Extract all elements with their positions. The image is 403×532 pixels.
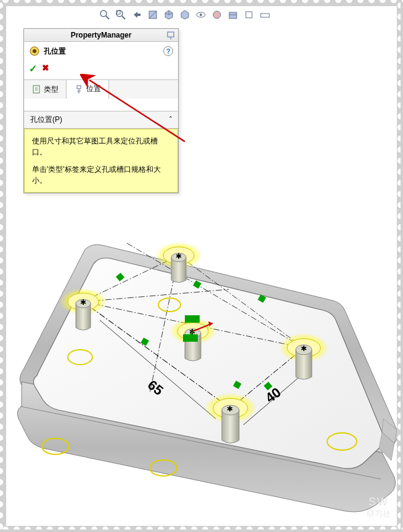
svg-text:✱: ✱ (227, 405, 233, 413)
tab-position-label: 位置 (86, 84, 101, 94)
info-box: 使用尺寸和其它草图工具来定位孔或槽口。 单击'类型'标签来定义孔或槽口规格和大小… (24, 129, 178, 193)
svg-rect-28 (261, 14, 269, 17)
section-title: 孔位置(P) (30, 115, 62, 125)
pin-icon[interactable] (166, 30, 176, 40)
svg-point-24 (213, 11, 221, 18)
action-row: ✓ ✖ (24, 60, 178, 79)
collapse-icon[interactable]: ˆ (169, 116, 172, 124)
info-text-1: 使用尺寸和其它草图工具来定位孔或槽口。 (32, 135, 170, 158)
hide-show-icon[interactable] (195, 9, 207, 21)
property-manager-panel: PropertyManager 孔位置 ? ✓ ✖ 类型 位置 孔位置(P) ˆ… (23, 28, 179, 193)
prev-view-icon[interactable] (131, 9, 143, 21)
section-header[interactable]: 孔位置(P) ˆ (24, 111, 178, 129)
svg-rect-82 (185, 315, 200, 323)
ok-button[interactable]: ✓ (29, 63, 37, 75)
tab-position[interactable]: 位置 (67, 80, 109, 99)
tabs: 类型 位置 (24, 79, 178, 99)
svg-rect-25 (229, 12, 237, 18)
cancel-button[interactable]: ✖ (42, 63, 49, 75)
watermark-sw: SW (367, 496, 391, 509)
svg-text:✱: ✱ (176, 252, 182, 260)
svg-text:✱: ✱ (301, 344, 307, 353)
info-text-2: 单击'类型'标签来定义孔或槽口规格和大小。 (32, 164, 170, 186)
zoom-area-icon[interactable] (115, 9, 127, 21)
display-style-icon[interactable] (179, 9, 191, 21)
more-icon[interactable] (259, 9, 271, 21)
help-icon[interactable]: ? (163, 46, 173, 56)
svg-text:✱: ✱ (80, 298, 86, 307)
hole-wizard-icon (29, 46, 40, 57)
watermark-text: 研习社 (367, 509, 391, 520)
svg-line-13 (106, 16, 109, 19)
svg-point-32 (33, 49, 36, 53)
view-settings-icon[interactable] (243, 9, 255, 21)
feature-title: 孔位置 (44, 46, 160, 57)
tab-type-label: 类型 (44, 84, 59, 95)
section-view-icon[interactable] (147, 9, 159, 21)
zoom-fit-icon[interactable] (99, 9, 111, 21)
watermark: SW 研习社 (367, 496, 391, 520)
svg-rect-36 (77, 86, 81, 89)
svg-rect-29 (168, 32, 174, 37)
view-toolbar (99, 9, 271, 21)
feature-title-row: 孔位置 ? (24, 42, 178, 60)
tab-type[interactable]: 类型 (24, 80, 67, 99)
svg-point-14 (116, 10, 123, 17)
svg-line-15 (122, 16, 125, 19)
svg-point-23 (200, 14, 202, 16)
svg-rect-83 (183, 334, 198, 342)
panel-header: PropertyManager (24, 29, 178, 42)
panel-title: PropertyManager (71, 31, 132, 39)
svg-point-12 (100, 10, 107, 17)
edit-appearance-icon[interactable] (211, 9, 223, 21)
apply-scene-icon[interactable] (227, 9, 239, 21)
svg-rect-27 (246, 12, 252, 18)
svg-rect-33 (33, 86, 39, 93)
view-orient-icon[interactable] (163, 9, 175, 21)
